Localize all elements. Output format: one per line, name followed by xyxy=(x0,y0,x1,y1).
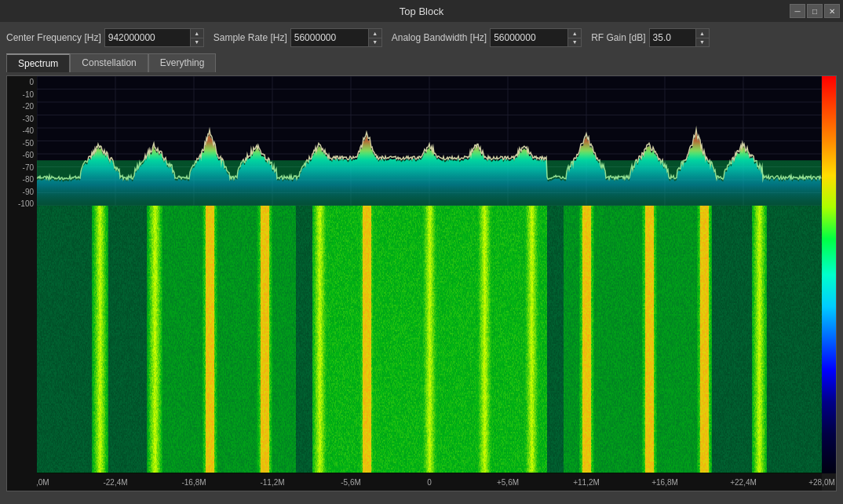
x-label-9: +22,4M xyxy=(730,478,757,487)
y-label-8: -80 xyxy=(23,175,37,184)
x-label-1: -22,4M xyxy=(103,478,127,487)
y-label-2: -20 xyxy=(23,102,37,111)
x-label-10: +28,0M xyxy=(808,478,835,487)
y-label-9: -90 xyxy=(23,188,37,196)
x-label-2: -16,8M xyxy=(181,478,206,487)
center-freq-input[interactable] xyxy=(104,28,191,47)
rf-gain-up[interactable]: ▲ xyxy=(696,29,709,38)
sample-rate-input[interactable] xyxy=(290,28,369,47)
main-window: Center Frequency [Hz] ▲ ▼ Sample Rate [H… xyxy=(0,22,843,504)
tab-spectrum[interactable]: Spectrum xyxy=(6,53,70,72)
center-freq-group: Center Frequency [Hz] ▲ ▼ xyxy=(6,28,204,47)
x-label-7: +11,2M xyxy=(573,478,600,487)
y-label-1: -10 xyxy=(23,90,37,99)
color-scale-bar xyxy=(822,76,836,473)
center-freq-label: Center Frequency [Hz] xyxy=(6,32,101,43)
x-label-4: -5,6M xyxy=(341,478,361,487)
waterfall-display xyxy=(37,206,822,473)
window-controls: ─ □ ✕ xyxy=(790,4,840,18)
maximize-button[interactable]: □ xyxy=(807,4,823,18)
x-axis: -28,0M-22,4M-16,8M-11,2M-5,6M0+5,6M+11,2… xyxy=(37,473,822,491)
y-axis: 0-10-20-30-40-50-60-70-80-90-100 xyxy=(7,76,37,491)
analog-bw-spinbox: ▲ ▼ xyxy=(490,28,582,47)
x-label-5: 0 xyxy=(427,478,432,487)
center-freq-down[interactable]: ▼ xyxy=(191,38,203,47)
analog-bw-group: Analog Bandwidth [Hz] ▲ ▼ xyxy=(392,28,582,47)
x-label-0: -28,0M xyxy=(37,478,49,487)
sample-rate-spinbox: ▲ ▼ xyxy=(290,28,382,47)
fft-display xyxy=(37,76,822,206)
x-label-6: +5,6M xyxy=(497,478,519,487)
y-label-5: -50 xyxy=(23,139,37,148)
y-label-10: -100 xyxy=(18,199,37,208)
sample-rate-group: Sample Rate [Hz] ▲ ▼ xyxy=(213,28,382,47)
title-bar: Top Block ─ □ ✕ xyxy=(0,0,843,22)
window-title: Top Block xyxy=(400,5,443,17)
toolbar: Center Frequency [Hz] ▲ ▼ Sample Rate [H… xyxy=(6,28,837,47)
spectrum-container: 0-10-20-30-40-50-60-70-80-90-100 -28,0M-… xyxy=(6,75,837,491)
rf-gain-arrows: ▲ ▼ xyxy=(696,28,710,47)
y-label-3: -30 xyxy=(23,115,37,123)
x-label-3: -11,2M xyxy=(260,478,284,487)
spectrum-main: -28,0M-22,4M-16,8M-11,2M-5,6M0+5,6M+11,2… xyxy=(37,76,836,491)
x-label-8: +16,8M xyxy=(651,478,678,487)
sample-rate-label: Sample Rate [Hz] xyxy=(213,32,287,43)
analog-bw-input[interactable] xyxy=(490,28,568,47)
rf-gain-input[interactable] xyxy=(649,28,696,47)
tab-everything[interactable]: Everything xyxy=(148,53,217,72)
waterfall-canvas xyxy=(37,206,822,473)
color-scale xyxy=(822,76,836,473)
close-button[interactable]: ✕ xyxy=(824,4,840,18)
rf-gain-label: RF Gain [dB] xyxy=(591,32,645,43)
minimize-button[interactable]: ─ xyxy=(790,4,805,18)
sample-rate-arrows: ▲ ▼ xyxy=(369,28,382,47)
rf-gain-group: RF Gain [dB] ▲ ▼ xyxy=(591,28,709,47)
center-freq-spinbox: ▲ ▼ xyxy=(104,28,204,47)
rf-gain-down[interactable]: ▼ xyxy=(696,38,709,47)
y-label-7: -70 xyxy=(23,163,37,172)
y-label-6: -60 xyxy=(23,151,37,159)
analog-bw-down[interactable]: ▼ xyxy=(568,38,581,47)
rf-gain-spinbox: ▲ ▼ xyxy=(649,28,710,47)
fft-canvas xyxy=(37,76,822,206)
y-label-4: -40 xyxy=(23,126,37,135)
center-freq-up[interactable]: ▲ xyxy=(191,29,203,38)
tabs: Spectrum Constellation Everything xyxy=(6,53,837,72)
sample-rate-up[interactable]: ▲ xyxy=(369,29,381,38)
center-freq-arrows: ▲ ▼ xyxy=(191,28,204,47)
tab-constellation[interactable]: Constellation xyxy=(70,53,148,72)
y-label-0: 0 xyxy=(29,78,37,86)
analog-bw-label: Analog Bandwidth [Hz] xyxy=(392,32,487,43)
analog-bw-up[interactable]: ▲ xyxy=(568,29,581,38)
analog-bw-arrows: ▲ ▼ xyxy=(568,28,582,47)
sample-rate-down[interactable]: ▼ xyxy=(369,38,381,47)
